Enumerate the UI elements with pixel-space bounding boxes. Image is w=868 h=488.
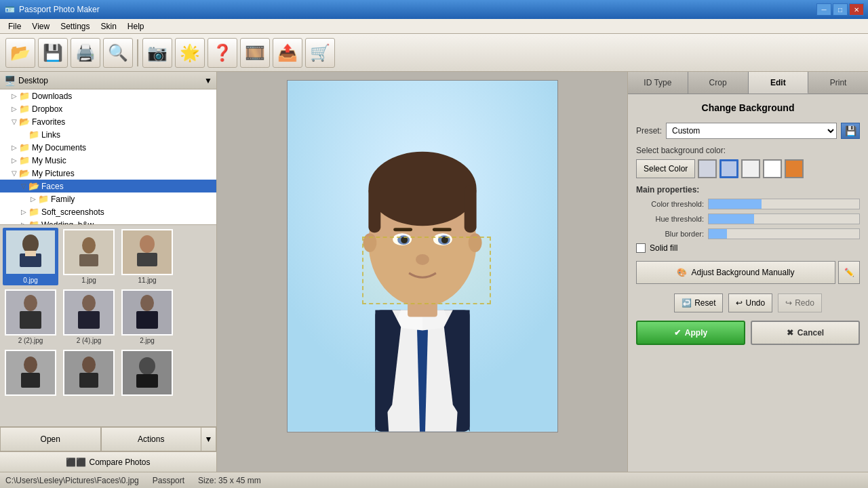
thumb-2-4-label: 2 (4).jpg bbox=[77, 337, 102, 344]
pencil-icon: ✏️ bbox=[844, 268, 854, 277]
camera-btn[interactable]: 📷 bbox=[142, 38, 172, 68]
tree-mydocs[interactable]: ▷ 📁 My Documents bbox=[0, 141, 216, 154]
save-preset-btn[interactable]: 💾 bbox=[841, 123, 860, 139]
actions-btn[interactable]: Actions bbox=[101, 427, 202, 451]
svg-rect-27 bbox=[136, 374, 158, 388]
tree-mymusic[interactable]: ▷ 📁 My Music bbox=[0, 154, 216, 167]
tree-family[interactable]: ▷ 📁 Family bbox=[0, 192, 216, 205]
thumb-extra-2[interactable] bbox=[61, 348, 117, 399]
thumb-2[interactable]: 2.jpg bbox=[119, 288, 175, 346]
svg-rect-51 bbox=[432, 228, 451, 231]
tree-weddingbw[interactable]: ▷ 📁 Wedding_b&w bbox=[0, 218, 216, 225]
menu-help[interactable]: Help bbox=[122, 20, 150, 33]
tree-mypics[interactable]: ▽ 📂 My Pictures bbox=[0, 167, 216, 180]
tabs-bar: ID Type Crop Edit Print bbox=[628, 72, 868, 94]
solid-fill-label: Solid fill bbox=[650, 243, 677, 253]
preset-select[interactable]: Custom bbox=[666, 123, 837, 139]
tab-id-type[interactable]: ID Type bbox=[628, 72, 688, 94]
apply-icon: ✔ bbox=[674, 328, 681, 338]
tree-downloads[interactable]: ▷ 📁 Downloads bbox=[0, 89, 216, 102]
minimize-btn[interactable]: ─ bbox=[816, 3, 831, 16]
svg-rect-21 bbox=[21, 373, 40, 388]
adjust-bg-btn[interactable]: 🎨 Adjust Background Manually bbox=[636, 261, 835, 284]
maximize-btn[interactable]: □ bbox=[833, 3, 848, 16]
svg-rect-40 bbox=[368, 186, 380, 233]
svg-rect-3 bbox=[25, 251, 36, 256]
svg-point-8 bbox=[140, 235, 155, 253]
tree-links[interactable]: 📁 Links bbox=[0, 128, 216, 141]
film-btn[interactable]: 🎞️ bbox=[240, 38, 270, 68]
tree-softscreenshots[interactable]: ▷ 📁 Soft_screenshots bbox=[0, 205, 216, 218]
print-btn[interactable]: 🖨️ bbox=[71, 38, 100, 68]
thumb-2-4[interactable]: 2 (4).jpg bbox=[61, 288, 117, 346]
enhance-btn[interactable]: 🌟 bbox=[175, 38, 205, 68]
blur-border-slider[interactable] bbox=[708, 228, 860, 239]
menu-file[interactable]: File bbox=[3, 20, 26, 33]
undo-btn[interactable]: ↩ Undo bbox=[728, 293, 772, 312]
thumb-0[interactable]: 0.jpg bbox=[3, 228, 58, 285]
action-row: ↩️ Reset ↩ Undo ↪ Redo bbox=[636, 293, 860, 312]
left-bottom: Open Actions ▼ ⬛⬛ Compare Photos bbox=[0, 426, 216, 472]
color-swatch-2[interactable] bbox=[719, 159, 738, 178]
thumb-2-2[interactable]: 2 (2).jpg bbox=[3, 288, 58, 346]
color-threshold-slider[interactable] bbox=[708, 199, 860, 209]
app-icon: 🪪 bbox=[4, 4, 15, 15]
cancel-btn[interactable]: ✖ Cancel bbox=[751, 321, 860, 345]
thumb-11[interactable]: 11.jpg bbox=[119, 228, 175, 285]
thumb-extra-1[interactable] bbox=[3, 348, 58, 399]
tab-crop[interactable]: Crop bbox=[688, 72, 749, 94]
actions-dropdown-btn[interactable]: ▼ bbox=[201, 427, 216, 451]
zoom-btn[interactable]: 🔍 bbox=[103, 38, 133, 68]
mymusic-folder-icon: 📁 bbox=[19, 155, 30, 165]
downloads-folder-icon: 📁 bbox=[19, 91, 30, 101]
thumb-2-2-label: 2 (2).jpg bbox=[18, 337, 43, 344]
tree-dropbox[interactable]: ▷ 📁 Dropbox bbox=[0, 102, 216, 115]
thumb-0-label: 0.jpg bbox=[23, 277, 38, 284]
tree-favorites[interactable]: ▽ 📂 Favorites bbox=[0, 115, 216, 128]
softscreenshots-label: Soft_screenshots bbox=[41, 207, 104, 217]
redo-btn[interactable]: ↪ Redo bbox=[778, 293, 822, 312]
family-expander: ▷ bbox=[28, 195, 38, 203]
open-folder-btn[interactable]: 📂 bbox=[5, 38, 35, 68]
save-btn[interactable]: 💾 bbox=[38, 38, 68, 68]
cart-btn[interactable]: 🛒 bbox=[305, 38, 335, 68]
help-btn[interactable]: ❓ bbox=[208, 38, 237, 68]
close-btn[interactable]: ✕ bbox=[849, 3, 864, 16]
filetree-header: 🖥️ Desktop ▼ bbox=[0, 72, 216, 89]
thumb-extra-3[interactable] bbox=[119, 348, 175, 399]
color-swatch-1[interactable] bbox=[698, 159, 717, 178]
color-swatch-5[interactable] bbox=[785, 159, 804, 178]
export-btn[interactable]: 📤 bbox=[273, 38, 302, 68]
tab-edit[interactable]: Edit bbox=[749, 72, 809, 94]
svg-point-5 bbox=[82, 237, 96, 253]
apply-btn[interactable]: ✔ Apply bbox=[636, 321, 745, 345]
hue-threshold-slider[interactable] bbox=[708, 214, 860, 224]
right-panel: ID Type Crop Edit Print Change Backgroun… bbox=[627, 72, 868, 472]
color-swatch-4[interactable] bbox=[763, 159, 782, 178]
file-tree: ▷ 📁 Downloads ▷ 📁 Dropbox ▽ 📂 Favorites … bbox=[0, 89, 216, 225]
svg-rect-24 bbox=[79, 373, 98, 388]
dropdown-icon[interactable]: ▼ bbox=[204, 76, 212, 85]
mydocs-label: My Documents bbox=[32, 143, 86, 152]
favorites-expander: ▽ bbox=[9, 118, 19, 125]
bg-color-label: Select background color: bbox=[636, 146, 860, 155]
weddingbw-label: Wedding_b&w bbox=[41, 220, 94, 226]
color-swatch-3[interactable] bbox=[741, 159, 760, 178]
select-color-btn[interactable]: Select Color bbox=[636, 159, 695, 178]
tree-faces[interactable]: ▽ 📂 Faces bbox=[0, 180, 216, 192]
reset-btn[interactable]: ↩️ Reset bbox=[674, 293, 723, 312]
compare-photos-btn[interactable]: ⬛⬛ Compare Photos bbox=[0, 451, 216, 472]
thumb-11-label: 11.jpg bbox=[138, 277, 156, 284]
svg-point-1 bbox=[22, 235, 39, 253]
status-bar: C:\Users\Lesley\Pictures\Faces\0.jpg Pas… bbox=[0, 472, 868, 488]
thumb-1[interactable]: 1.jpg bbox=[61, 228, 117, 285]
menu-settings[interactable]: Settings bbox=[55, 20, 95, 33]
center-photo-area bbox=[217, 72, 627, 472]
pencil-btn[interactable]: ✏️ bbox=[838, 261, 860, 284]
open-btn[interactable]: Open bbox=[0, 427, 101, 451]
tab-print[interactable]: Print bbox=[808, 72, 868, 94]
status-type: Passport bbox=[153, 476, 184, 485]
menu-view[interactable]: View bbox=[26, 20, 55, 33]
menu-skin[interactable]: Skin bbox=[96, 20, 122, 33]
solid-fill-checkbox[interactable] bbox=[636, 243, 646, 253]
